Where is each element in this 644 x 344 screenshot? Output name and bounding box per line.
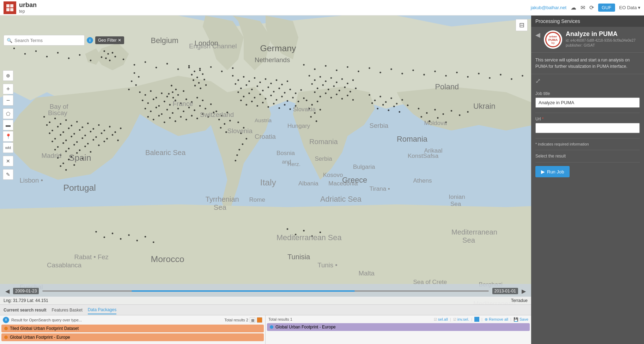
svg-point-275 [459,114,461,116]
zoom-in-button[interactable]: + [3,84,13,94]
svg-text:Ionian: Ionian [449,194,465,200]
svg-point-92 [292,97,294,99]
run-job-button[interactable]: ▶ Run Job [535,166,570,177]
puma-logo-puma-text: PUMA [548,38,558,42]
tab-data-packages[interactable]: Data Packages [88,306,116,314]
rectangle-draw-button[interactable]: ▬ [3,120,13,130]
svg-point-45 [147,116,149,118]
zoom-all-button[interactable]: ⊕ [3,70,13,81]
tab-features-basket[interactable]: Features Basket [51,306,82,314]
refresh-icon[interactable]: ⟳ [589,4,594,11]
sel-all-label: sel.all [438,317,448,321]
search-icon: 🔍 [7,38,12,43]
svg-point-221 [90,60,92,61]
basket-item-1[interactable]: Global Urban Footprint - Europe [267,323,530,331]
orange-view-button[interactable] [257,317,262,323]
svg-point-154 [120,127,122,129]
svg-point-272 [434,109,436,111]
edit-button[interactable]: ✎ [3,169,13,180]
save-button[interactable]: 💾 Save [514,317,528,322]
service-id: id: e4c46087-5d8f-4218-9356-9cf9a34e0e27 [566,38,640,42]
svg-point-301 [128,234,130,236]
info-icon[interactable]: i [87,37,93,43]
svg-point-198 [60,165,61,167]
svg-point-100 [267,106,269,108]
remove-all-button[interactable]: ⊗ Remove all [485,317,508,322]
geo-filter-button[interactable]: Geo Filter ✕ [95,36,124,44]
svg-point-168 [117,140,119,141]
svg-point-116 [317,88,318,89]
svg-point-53 [191,115,193,117]
url-group: Url * [535,117,640,133]
svg-point-310 [134,72,135,74]
svg-point-125 [320,96,321,97]
svg-point-103 [284,104,286,106]
timeline-prev-button[interactable]: ◀ [5,288,10,295]
result-item-1[interactable]: Tiled Global Urban Footprint Dataset [1,325,264,332]
layers-button[interactable]: ⊟ [516,19,528,31]
mail-icon[interactable]: ✉ [581,4,585,11]
svg-text:Romania: Romania [309,138,338,146]
timeline-bar[interactable] [42,290,488,292]
svg-point-299 [112,233,114,235]
clear-button[interactable]: ✕ [3,156,13,166]
svg-text:Herz.: Herz. [287,161,300,167]
eo-data-button[interactable]: EO Data ▾ [619,5,640,10]
svg-point-233 [232,67,234,69]
cloud-icon[interactable]: ☁ [571,4,576,11]
svg-point-124 [314,91,316,93]
svg-point-25 [169,104,171,106]
svg-point-72 [251,89,253,90]
zoom-out-button[interactable]: − [3,95,13,106]
svg-point-65 [270,83,272,84]
color-square[interactable] [474,317,479,322]
share-icon[interactable]: ⤢ [535,77,541,84]
svg-point-269 [205,84,207,86]
svg-point-163 [90,131,92,132]
svg-point-164 [95,136,97,138]
search-input-wrap[interactable]: 🔍 [4,35,85,46]
result-item-2[interactable]: Global Urban Footprint - Europe [1,333,264,341]
sel-all-button[interactable]: ☑ sel.all [434,317,448,321]
wkt-button[interactable]: wkt [3,142,13,153]
back-arrow-button[interactable]: ◀ [535,31,540,39]
right-results-header: Total results 1 ☑ sel.all | ☑ inv.sel. |… [267,317,530,322]
url-input[interactable] [535,123,640,133]
inv-sel-button[interactable]: ☑ inv.sel. [453,317,469,321]
svg-text:Tunis •: Tunis • [317,261,337,269]
svg-point-8 [105,58,107,59]
guf-button[interactable]: GUF [598,4,615,12]
search-input[interactable] [14,38,74,43]
svg-point-113 [347,83,348,84]
svg-point-175 [81,137,83,139]
right-total-count: Total results 1 [268,317,292,321]
svg-point-171 [60,134,61,136]
svg-point-22 [153,99,154,100]
job-title-input[interactable] [535,97,640,108]
inv-sel-label: inv.sel. [457,317,469,321]
timeline-next-button[interactable]: ▶ [522,288,526,295]
svg-point-162 [84,135,86,136]
svg-point-279 [437,117,439,119]
svg-point-261 [191,74,193,76]
svg-text:Athens: Athens [413,177,432,184]
result-dot-2 [4,336,8,339]
svg-point-102 [278,107,280,109]
svg-point-96 [245,104,247,106]
svg-point-312 [131,81,133,82]
svg-point-90 [281,96,283,97]
svg-point-50 [175,120,176,122]
svg-point-285 [224,123,225,125]
grid-view-button[interactable]: ▦ [250,317,255,323]
svg-point-287 [220,127,222,129]
basket-label-1: Global Urban Footprint - Europe [275,325,336,330]
service-header: ◀ urban PUMA tep Analyze in PUMA id: e4c… [531,27,644,53]
svg-text:Netherlands: Netherlands [255,56,290,64]
svg-point-235 [314,69,316,70]
svg-point-174 [76,141,78,143]
polygon-draw-button[interactable]: ⬠ [3,108,13,119]
share-icon-row: ⤢ [531,74,644,88]
map-container[interactable]: Netherlands London Belgium Germany Franc… [0,16,531,344]
point-button[interactable]: 📍 [3,131,13,142]
svg-point-201 [374,100,376,101]
